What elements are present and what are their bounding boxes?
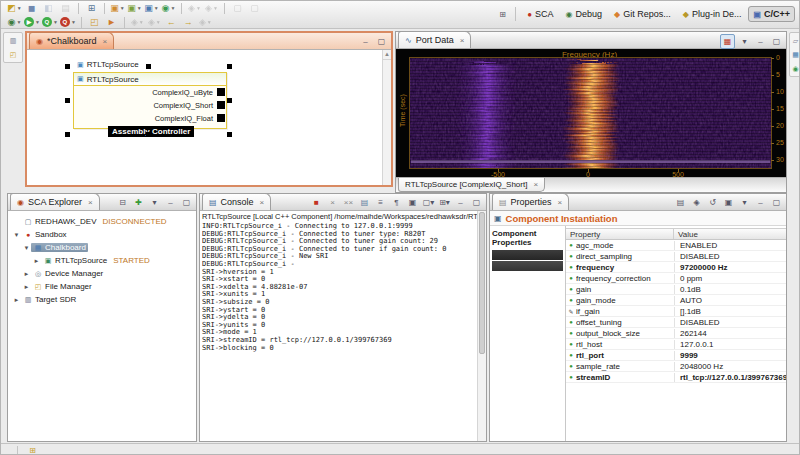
pin-console-button[interactable]: ▣ [406,196,419,209]
expander-icon[interactable]: ▼ [22,245,31,251]
open-console-button[interactable]: ⊞▾ [438,196,451,209]
minimize-button[interactable]: – [454,196,467,209]
plot-settings-icon[interactable]: ◉ [790,63,800,74]
view-menu-button[interactable]: ▾ [738,35,751,48]
expander-icon[interactable]: ► [32,258,41,264]
terminate-button[interactable]: ■ [310,196,323,209]
selection-handle[interactable] [65,132,70,137]
perspective-git[interactable]: ◆Git Repos... [609,6,676,22]
selection-handle[interactable] [227,132,232,137]
word-wrap-button[interactable]: ¶ [390,196,403,209]
view-menu-button[interactable]: ▾ [738,196,751,209]
tree-item-sandbox[interactable]: ▼●Sandbox [8,228,196,241]
tree-item-redhawk-dev[interactable]: ▢REDHAWK_DEVDISCONNECTED [8,215,196,228]
tab-rtltcpsource-stream[interactable]: RTLTcpSource [ComplexIQ_Short] × [398,178,545,192]
tab-properties[interactable]: ▤ Properties × [492,193,569,210]
tree-item-chalkboard[interactable]: ▼▦Chalkboard [8,241,196,254]
close-icon[interactable]: × [103,37,108,46]
raster-toggle-button[interactable]: ▦ [720,34,735,49]
fast-view-bar-icon[interactable]: ⊞ [26,444,39,455]
selection-handle[interactable] [65,64,70,69]
property-value[interactable]: [].1dB [674,307,786,316]
property-group-item[interactable] [492,250,563,260]
tree-item-rtltcpsource[interactable]: ►▣RTLTcpSourceSTARTED [8,254,196,267]
expander-icon[interactable]: ► [22,284,31,290]
new-waveform-button[interactable]: ▣▼ [143,2,160,15]
tree-item-content[interactable]: ◎Device Manager [31,269,105,278]
expander-icon[interactable]: ▼ [12,232,21,238]
property-row-frequency_correction[interactable]: ●frequency_correction0 ppm [566,273,786,284]
perspective-debug[interactable]: ◉Debug [561,6,608,22]
minimize-button[interactable]: – [164,196,177,209]
property-value[interactable]: AUTO [674,296,786,305]
output-port[interactable]: ComplexIQ_Short [74,99,226,112]
close-icon[interactable]: × [558,198,563,207]
property-row-direct_sampling[interactable]: ●direct_samplingDISABLED [566,251,786,262]
maximize-button[interactable]: ▢ [770,196,783,209]
perspective-cpp[interactable]: ▣C/C++ [748,6,795,22]
new-wizard-button[interactable]: ◩▼ [6,2,23,15]
tree-item-content[interactable]: ▢REDHAWK_DEV [21,217,99,226]
new-sca-project-button[interactable]: ▣▼ [109,2,126,15]
property-row-gain[interactable]: ●gain0.1dB [566,284,786,295]
minimized-folder-icon[interactable]: ◰ [8,49,19,60]
coverage-button[interactable]: Q▼ [41,16,59,29]
maximize-button[interactable]: ▢ [375,35,388,48]
property-row-output_block_size[interactable]: ●output_block_size262144 [566,328,786,339]
new-node-button[interactable]: ◉▼ [160,2,177,15]
minimize-button[interactable]: – [359,35,372,48]
open-element-button[interactable]: ⊞ [83,2,100,15]
diagram-canvas[interactable]: ▣ RTLTcpSource ▣ RTLTcpSource ComplexIQ_… [27,50,391,185]
port-anchor-icon[interactable] [217,101,225,109]
clear-console-button[interactable]: ▤ [358,196,371,209]
tree-item-file-manager[interactable]: ►◰File Manager [8,280,196,293]
selection-handle[interactable] [146,64,151,69]
new-session-button[interactable]: ✚ [132,196,145,209]
output-port[interactable]: ComplexIQ_Float [74,112,226,125]
property-value[interactable]: ENABLED [674,241,786,250]
selection-handle[interactable] [65,98,70,103]
property-row-offset_tuning[interactable]: ●offset_tuningDISABLED [566,317,786,328]
connect-button[interactable]: ► [103,16,120,29]
profile-button[interactable]: Q▼ [59,16,77,29]
fast-view-icon[interactable]: ▱ [790,35,800,46]
save-button[interactable]: ◼ [23,2,40,15]
maximize-button[interactable]: ▢ [770,35,783,48]
port-anchor-icon[interactable] [217,114,225,122]
spectrogram-raster[interactable] [409,57,772,169]
property-value[interactable]: 97200000 Hz [674,263,786,272]
view-menu-button[interactable]: ▾ [148,196,161,209]
property-row-rtl_host[interactable]: ●rtl_host127.0.0.1 [566,339,786,350]
tab-console[interactable]: ▤ Console × [202,193,271,210]
perspective-sca[interactable]: ●SCA [522,6,558,22]
close-icon[interactable]: × [533,180,538,189]
scroll-lock-button[interactable]: ≡ [374,196,387,209]
tab-sca-explorer[interactable]: ◉ SCA Explorer × [10,193,100,210]
tab-port-data[interactable]: ∿ Port Data × [398,31,471,48]
property-value[interactable]: 9999 [674,351,786,360]
rtltcpsource-component[interactable]: ▣ RTLTcpSource ComplexIQ_uByteComplexIQ_… [73,72,227,129]
property-value[interactable]: 262144 [674,329,786,338]
property-value[interactable]: DISABLED [674,318,786,327]
scroll-up-icon[interactable]: ▲ [383,50,391,60]
console-output[interactable]: INFO:RTLTcpSource_i - Connecting to 127.… [202,223,477,441]
open-perspective-button[interactable]: ⊞ [496,8,509,21]
perspective-plugin[interactable]: ◆Plug-in De... [678,6,747,22]
display-selected-console-button[interactable]: ▢▾ [422,196,435,209]
run-button[interactable]: ▶▼ [23,16,41,29]
maximize-button[interactable]: ▢ [180,196,193,209]
pin-properties-button[interactable]: ▣ [722,196,735,209]
property-row-rtl_port[interactable]: ●rtl_port9999 [566,350,786,361]
property-value[interactable]: 0.1dB [674,285,786,294]
outline-view-icon[interactable]: ▦ [790,49,800,60]
port-anchor-icon[interactable] [217,88,225,96]
tab-chalkboard[interactable]: ◉ *Chalkboard × [29,32,114,49]
selection-handle[interactable] [146,132,151,137]
tree-item-target-sdr[interactable]: ►▥Target SDR [8,293,196,306]
remove-all-launches-button[interactable]: ×× [342,196,355,209]
back-button[interactable]: ← [163,16,180,29]
collapse-all-button[interactable]: ⊟ [116,196,129,209]
property-row-gain_mode[interactable]: ●gain_modeAUTO [566,295,786,306]
property-value[interactable]: rtl_tcp://127.0.0.1/399767369 [674,373,786,382]
remove-launch-button[interactable]: × [326,196,339,209]
